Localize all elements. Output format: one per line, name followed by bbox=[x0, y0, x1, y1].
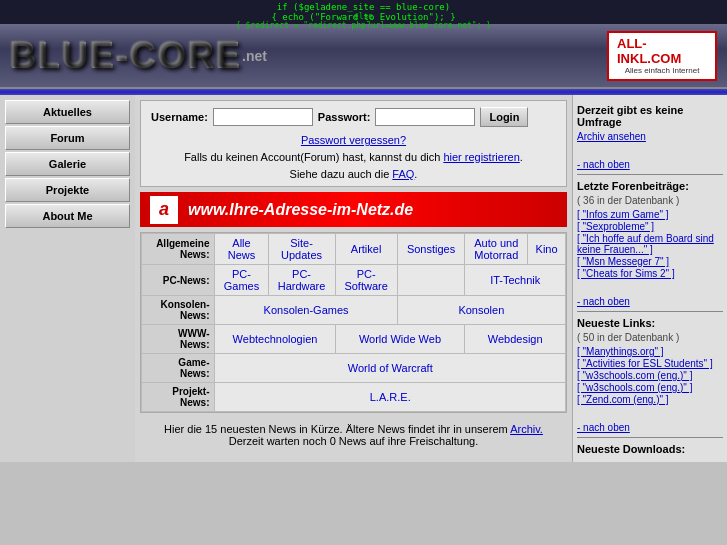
nav-aktuelles[interactable]: Aktuelles bbox=[5, 100, 130, 124]
bottom-text: Hier die 15 neuesten News in Kürze. Älte… bbox=[140, 418, 567, 452]
news-sonstiges[interactable]: Sonstiges bbox=[407, 243, 455, 255]
forum-item-1[interactable]: [ "Infos zum Game" ] bbox=[577, 209, 723, 220]
row-label-projekt: Projekt-News: bbox=[142, 383, 215, 412]
news-lare[interactable]: L.A.R.E. bbox=[370, 391, 411, 403]
poll-archive-link[interactable]: Archiv ansehen bbox=[577, 131, 723, 142]
see-also-text: Siehe dazu auch die bbox=[290, 168, 390, 180]
username-input[interactable] bbox=[213, 108, 313, 126]
left-sidebar: Aktuelles Forum Galerie Projekte About M… bbox=[0, 95, 135, 462]
content-area: Username: Passwort: Login Passwort verge… bbox=[135, 95, 572, 462]
right-sidebar: Derzeit gibt es keine Umfrage Archiv ans… bbox=[572, 95, 727, 462]
nav-about-me[interactable]: About Me bbox=[5, 204, 130, 228]
link-item-2[interactable]: [ "Activities for ESL Students" ] bbox=[577, 358, 723, 369]
news-konsolen-games[interactable]: Konsolen-Games bbox=[264, 304, 349, 316]
row-label-konsolen: Konsolen-News: bbox=[142, 296, 215, 325]
row-label-allgemein: AllgemeineNews: bbox=[142, 234, 215, 265]
news-it-technik[interactable]: IT-Technik bbox=[490, 274, 540, 286]
red-ad-banner: a www.Ihre-Adresse-im-Netz.de bbox=[140, 192, 567, 227]
table-row: PC-News: PC-Games PC-Hardware PC-Softwar… bbox=[142, 265, 566, 296]
ad-allinkl: ALL-INKL.COM Alles einfach Internet bbox=[607, 31, 717, 81]
header-code-line2: { $redirect = "redirect.php?url=www.blue… bbox=[236, 21, 491, 30]
ad-allinkl-sub: Alles einfach Internet bbox=[625, 66, 700, 75]
forum-title: Letzte Forenbeiträge: bbox=[577, 180, 723, 192]
link-item-4[interactable]: [ "w3schools.com (eng.)" ] bbox=[577, 382, 723, 393]
news-pc-hardware[interactable]: PC-Hardware bbox=[278, 268, 326, 292]
news-artikel[interactable]: Artikel bbox=[351, 243, 382, 255]
register-link[interactable]: hier registrieren bbox=[443, 151, 519, 163]
forum-item-4[interactable]: [ "Msn Messeger 7" ] bbox=[577, 256, 723, 267]
nach-oben-2[interactable]: - nach oben bbox=[577, 296, 723, 307]
news-world-of-warcraft[interactable]: World of Warcraft bbox=[348, 362, 433, 374]
link-item-5[interactable]: [ "Zend.com (eng.)" ] bbox=[577, 394, 723, 405]
links-subtitle: ( 50 in der Datenbank ) bbox=[577, 332, 723, 343]
password-input[interactable] bbox=[375, 108, 475, 126]
main-layout: Aktuelles Forum Galerie Projekte About M… bbox=[0, 95, 727, 462]
news-webtechnologien[interactable]: Webtechnologien bbox=[233, 333, 318, 345]
login-bar: Username: Passwort: Login Passwort verge… bbox=[140, 100, 567, 187]
nach-oben-1[interactable]: - nach oben bbox=[577, 159, 723, 170]
row-label-game: Game-News: bbox=[142, 354, 215, 383]
poll-title: Derzeit gibt es keine Umfrage bbox=[577, 104, 723, 128]
nav-forum[interactable]: Forum bbox=[5, 126, 130, 150]
link-item-1[interactable]: [ "Manythings.org" ] bbox=[577, 346, 723, 357]
nav-galerie[interactable]: Galerie bbox=[5, 152, 130, 176]
table-row: WWW-News: Webtechnologien World Wide Web… bbox=[142, 325, 566, 354]
table-row: Konsolen-News: Konsolen-Games Konsolen bbox=[142, 296, 566, 325]
username-label: Username: bbox=[151, 111, 208, 123]
nach-oben-3[interactable]: - nach oben bbox=[577, 422, 723, 433]
forum-item-5[interactable]: [ "Cheats for Sims 2" ] bbox=[577, 268, 723, 279]
forum-item-2[interactable]: [ "Sexprobleme" ] bbox=[577, 221, 723, 232]
news-auto-motorrad[interactable]: Auto undMotorrad bbox=[474, 237, 518, 261]
login-button[interactable]: Login bbox=[480, 107, 528, 127]
news-pc-software[interactable]: PC-Software bbox=[344, 268, 387, 292]
nav-projekte[interactable]: Projekte bbox=[5, 178, 130, 202]
ad-allinkl-title: ALL-INKL.COM bbox=[617, 36, 707, 66]
news-world-wide-web[interactable]: World Wide Web bbox=[359, 333, 441, 345]
news-grid: AllgemeineNews: AlleNews Site-Updates Ar… bbox=[140, 232, 567, 413]
logo-text: BLUE-CORE bbox=[10, 35, 242, 77]
forgot-password-link[interactable]: Passwort vergessen? bbox=[301, 134, 406, 146]
table-row: Game-News: World of Warcraft bbox=[142, 354, 566, 383]
downloads-title: Neueste Downloads: bbox=[577, 443, 723, 455]
row-label-www: WWW-News: bbox=[142, 325, 215, 354]
no-account-text: Falls du keinen Account(Forum) hast, kan… bbox=[184, 151, 440, 163]
table-row: Projekt-News: L.A.R.E. bbox=[142, 383, 566, 412]
faq-link[interactable]: FAQ bbox=[392, 168, 414, 180]
logo-area: BLUE-CORE.net bbox=[10, 35, 267, 77]
forum-item-3[interactable]: [ "Ich hoffe auf dem Board sind keine Fr… bbox=[577, 233, 723, 255]
news-kino[interactable]: Kino bbox=[536, 243, 558, 255]
row-label-pc: PC-News: bbox=[142, 265, 215, 296]
red-ad-logo: a bbox=[150, 196, 178, 224]
news-webdesign[interactable]: Webdesign bbox=[488, 333, 543, 345]
news-alle[interactable]: AlleNews bbox=[228, 237, 256, 261]
archive-link[interactable]: Archiv. bbox=[510, 423, 543, 435]
link-item-3[interactable]: [ "w3schools.com (eng.)" ] bbox=[577, 370, 723, 381]
forum-subtitle: ( 36 in der Datenbank ) bbox=[577, 195, 723, 206]
header-code-line1: else bbox=[236, 12, 491, 21]
links-title: Neueste Links: bbox=[577, 317, 723, 329]
password-label: Passwort: bbox=[318, 111, 371, 123]
news-pc-games[interactable]: PC-Games bbox=[224, 268, 259, 292]
news-konsolen[interactable]: Konsolen bbox=[458, 304, 504, 316]
header: BLUE-CORE.net else { $redirect = "redire… bbox=[0, 24, 727, 89]
news-site-updates[interactable]: Site-Updates bbox=[281, 237, 322, 261]
bottom-text-1: Hier die 15 neuesten News in Kürze. Älte… bbox=[164, 423, 508, 435]
red-ad-text: www.Ihre-Adresse-im-Netz.de bbox=[188, 201, 413, 219]
bottom-text-2: Derzeit warten noch 0 News auf ihre Frei… bbox=[229, 435, 478, 447]
logo-net: .net bbox=[242, 48, 267, 64]
table-row: AllgemeineNews: AlleNews Site-Updates Ar… bbox=[142, 234, 566, 265]
